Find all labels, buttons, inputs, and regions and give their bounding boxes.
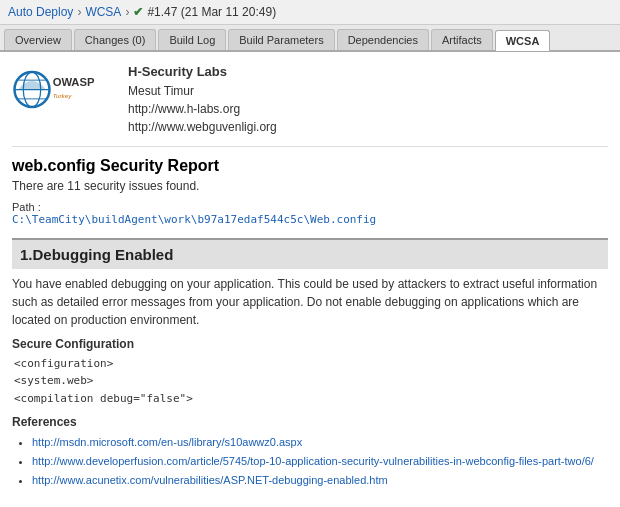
breadcrumb-bar: Auto Deploy › WCSA › ✔ #1.47 (21 Mar 11 …: [0, 0, 620, 25]
tab-dependencies[interactable]: Dependencies: [337, 29, 429, 50]
issues-found: There are 11 security issues found.: [12, 179, 608, 193]
reference-item: http://www.developerfusion.com/article/5…: [32, 452, 608, 471]
breadcrumb-build-id: #1.47 (21 Mar 11 20:49): [147, 5, 276, 19]
owasp-person: Mesut Timur: [128, 82, 277, 100]
company-name: H-Security Labs: [128, 62, 277, 82]
code-block-1: <configuration> <system.web> <compilatio…: [14, 355, 608, 408]
tab-build-log[interactable]: Build Log: [158, 29, 226, 50]
path-label: Path :: [12, 201, 41, 213]
owasp-info: H-Security Labs Mesut Timur http://www.h…: [128, 62, 277, 136]
code-line: <system.web>: [14, 372, 608, 390]
reference-link[interactable]: http://msdn.microsoft.com/en-us/library/…: [32, 436, 302, 448]
report-title: web.config Security Report: [12, 157, 608, 175]
owasp-website2: http://www.webguvenligi.org: [128, 118, 277, 136]
breadcrumb-sep-2: ›: [125, 5, 129, 19]
secure-config-title: Secure Configuration: [12, 337, 608, 351]
tab-changes[interactable]: Changes (0): [74, 29, 157, 50]
svg-text:Turkey: Turkey: [53, 92, 73, 99]
owasp-header: OWASP Turkey H-Security Labs Mesut Timur…: [12, 62, 608, 147]
reference-item: http://www.acunetix.com/vulnerabilities/…: [32, 471, 608, 490]
owasp-logo: OWASP Turkey: [12, 62, 112, 117]
section-1-title: 1.Debugging Enabled: [20, 246, 600, 263]
section-1-header: 1.Debugging Enabled: [12, 238, 608, 269]
code-line: <compilation debug="false">: [14, 390, 608, 408]
code-line: <configuration>: [14, 355, 608, 373]
tab-wcsa[interactable]: WCSA: [495, 30, 551, 51]
breadcrumb-auto-deploy[interactable]: Auto Deploy: [8, 5, 73, 19]
reference-item: http://msdn.microsoft.com/en-us/library/…: [32, 433, 608, 452]
tab-build-parameters[interactable]: Build Parameters: [228, 29, 334, 50]
section-1-description: You have enabled debugging on your appli…: [12, 275, 608, 329]
breadcrumb-sep-1: ›: [77, 5, 81, 19]
reference-link[interactable]: http://www.acunetix.com/vulnerabilities/…: [32, 474, 388, 486]
reference-link[interactable]: http://www.developerfusion.com/article/5…: [32, 455, 594, 467]
breadcrumb-build-status: ✔: [133, 5, 143, 19]
path-value: C:\TeamCity\buildAgent\work\b97a17edaf54…: [12, 213, 376, 226]
tab-bar: Overview Changes (0) Build Log Build Par…: [0, 25, 620, 52]
references-title-1: References: [12, 415, 608, 429]
svg-text:OWASP: OWASP: [53, 76, 95, 88]
owasp-website1: http://www.h-labs.org: [128, 100, 277, 118]
breadcrumb-wcsa[interactable]: WCSA: [85, 5, 121, 19]
path-section: Path : C:\TeamCity\buildAgent\work\b97a1…: [12, 201, 608, 226]
references-list-1: http://msdn.microsoft.com/en-us/library/…: [12, 433, 608, 489]
main-content: OWASP Turkey H-Security Labs Mesut Timur…: [0, 52, 620, 501]
tab-overview[interactable]: Overview: [4, 29, 72, 50]
tab-artifacts[interactable]: Artifacts: [431, 29, 493, 50]
